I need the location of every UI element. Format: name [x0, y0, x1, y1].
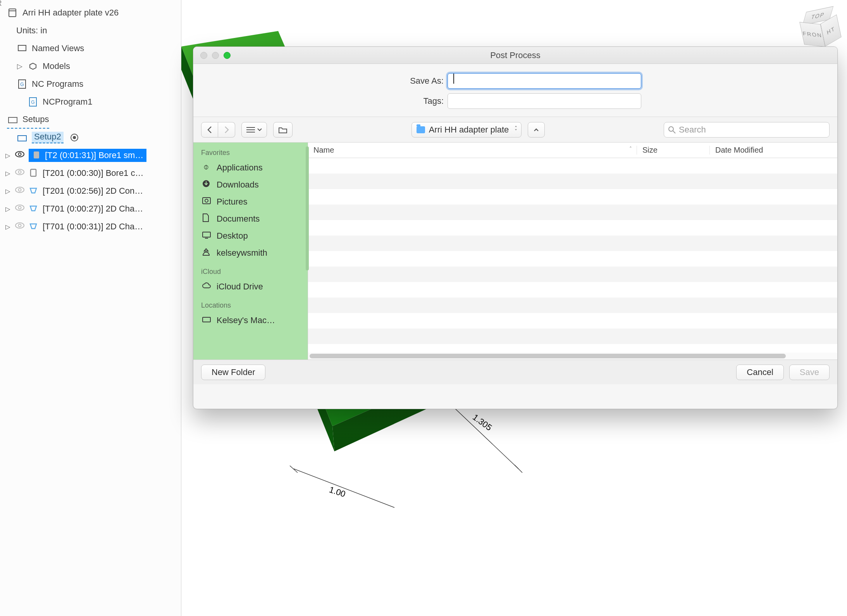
sort-chevron-icon: ˄: [629, 146, 632, 152]
browser-file-row[interactable]: Arri HH adapter plate v26: [0, 4, 181, 22]
save-button[interactable]: Save: [789, 365, 830, 380]
dialog-form: Save As: Tags:: [193, 64, 837, 117]
sidebar-item-icon: [202, 231, 212, 241]
browser-ncprogram1-row[interactable]: G NCProgram1: [0, 93, 181, 111]
sidebar-scrollbar[interactable]: [306, 146, 309, 270]
svg-text:G: G: [31, 100, 34, 105]
browser-models-label: Models: [43, 61, 70, 71]
svg-rect-35: [203, 232, 210, 237]
sidebar-item[interactable]: ⌽Applications: [193, 159, 308, 176]
col-name[interactable]: Name˄: [308, 146, 637, 155]
updown-chevron-icon: ˄˅: [515, 127, 517, 133]
tags-input[interactable]: [448, 93, 641, 109]
visibility-toggle[interactable]: [15, 168, 25, 178]
viewcube[interactable]: TOP FRON HT: [798, 6, 844, 52]
svg-point-34: [205, 199, 208, 202]
svg-rect-11: [34, 151, 39, 158]
operation-row[interactable]: ▷[T701 (0:00:31)] 2D Cha…: [0, 218, 181, 236]
ncprograms-icon: G: [16, 78, 28, 90]
browser-ncprograms-row[interactable]: G NC Programs: [0, 75, 181, 93]
svg-point-16: [19, 189, 21, 191]
folder-name: Arri HH adapter plate: [429, 125, 509, 135]
browser-header-fragment: ER: [0, 0, 2, 8]
svg-rect-2: [18, 45, 26, 51]
sidebar-item-label: Documents: [217, 214, 260, 224]
sidebar-item-label: Desktop: [217, 231, 248, 241]
ncprogram-file-icon: G: [27, 96, 39, 108]
folder-dropdown[interactable]: Arri HH adapter plate ˄˅: [411, 122, 522, 138]
operation-row[interactable]: ▷[T201 (0:00:30)] Bore1 c…: [0, 164, 181, 182]
expand-arrow-icon[interactable]: ▷: [16, 62, 23, 71]
traffic-light-minimize[interactable]: [212, 52, 219, 59]
operation-row[interactable]: ▷[T701 (0:00:27)] 2D Cha…: [0, 200, 181, 218]
svg-point-20: [19, 224, 21, 227]
sidebar-item[interactable]: Kelsey's Mac…: [193, 312, 308, 329]
file-list: Name˄ Size Date Modified: [308, 143, 837, 360]
operation-icon: [32, 150, 42, 160]
browser-setups-row[interactable]: Setups: [7, 111, 49, 129]
sidebar-item[interactable]: Pictures: [193, 193, 308, 210]
expand-arrow-icon[interactable]: ▷: [5, 152, 11, 159]
sidebar-item[interactable]: Documents: [193, 210, 308, 227]
view-mode-button[interactable]: [241, 122, 267, 138]
visibility-toggle[interactable]: [15, 222, 25, 232]
operation-row[interactable]: ▷[T201 (0:02:56)] 2D Con…: [0, 182, 181, 200]
sidebar-item-label: Pictures: [217, 197, 247, 207]
sidebar-item-icon: [202, 213, 212, 225]
browser-models-row[interactable]: ▷ Models: [0, 57, 181, 75]
file-columns-header[interactable]: Name˄ Size Date Modified: [308, 143, 837, 158]
expand-arrow-icon[interactable]: ▷: [5, 205, 11, 213]
sidebar-item[interactable]: iCloud Drive: [193, 278, 308, 295]
file-rows[interactable]: [308, 158, 837, 353]
traffic-light-close[interactable]: [200, 52, 207, 59]
show-items-button[interactable]: [273, 122, 293, 138]
visibility-toggle[interactable]: [15, 204, 25, 214]
setup-icon: [16, 132, 28, 143]
save-as-input[interactable]: [448, 73, 641, 89]
sidebar-item-icon: [202, 197, 212, 207]
setup-active-radio-icon[interactable]: [71, 134, 78, 141]
dialog-browser: Favorites ⌽ApplicationsDownloadsPictures…: [193, 143, 837, 360]
svg-rect-37: [203, 317, 210, 322]
browser-units-row[interactable]: Units: in: [0, 22, 181, 40]
svg-point-10: [19, 153, 21, 156]
dialog-titlebar[interactable]: Post Process: [193, 47, 837, 64]
visibility-toggle[interactable]: [15, 150, 25, 160]
dialog-footer: New Folder Cancel Save: [193, 360, 837, 384]
chevron-up-icon: [534, 127, 539, 132]
nav-back-button[interactable]: [201, 122, 218, 138]
nav-forward-button[interactable]: [218, 122, 235, 138]
dialog-title: Post Process: [490, 50, 541, 60]
file-hscrollbar[interactable]: [308, 353, 837, 360]
search-field[interactable]: Search: [664, 122, 830, 138]
operation-label-wrap: [T2 (0:01:31)] Bore1 sm…: [29, 149, 146, 162]
operation-row[interactable]: ▷[T2 (0:01:31)] Bore1 sm…: [0, 146, 181, 164]
browser-setups-label: Setups: [22, 114, 49, 124]
expand-arrow-icon[interactable]: ▷: [5, 223, 11, 231]
col-date[interactable]: Date Modified: [709, 146, 837, 155]
sidebar-item-icon: [202, 179, 212, 190]
svg-line-24: [294, 469, 394, 508]
new-folder-button[interactable]: New Folder: [201, 365, 265, 380]
sidebar-item[interactable]: Downloads: [193, 176, 308, 193]
sidebar-item[interactable]: kelseywsmith: [193, 244, 308, 262]
models-icon: [27, 60, 39, 72]
browser-setup2-row[interactable]: Setup2: [0, 129, 181, 146]
traffic-light-zoom[interactable]: [224, 52, 231, 59]
svg-line-23: [515, 465, 522, 473]
expand-arrow-icon[interactable]: ▷: [5, 188, 11, 195]
list-icon: [246, 127, 255, 133]
browser-named-views-row[interactable]: Named Views: [0, 40, 181, 57]
collapse-button[interactable]: [528, 122, 545, 138]
visibility-toggle[interactable]: [15, 186, 25, 196]
sidebar-item[interactable]: Desktop: [193, 227, 308, 244]
col-size[interactable]: Size: [637, 146, 709, 155]
dimension-2: 1.00: [328, 485, 346, 499]
expand-arrow-icon[interactable]: ▷: [5, 170, 11, 177]
sidebar-item-label: Kelsey's Mac…: [217, 315, 275, 325]
operation-label: [T701 (0:00:31)] 2D Cha…: [43, 222, 143, 232]
operation-icon: [29, 186, 39, 196]
svg-rect-14: [31, 169, 36, 176]
cancel-button[interactable]: Cancel: [736, 365, 783, 380]
setups-icon: [7, 114, 19, 125]
